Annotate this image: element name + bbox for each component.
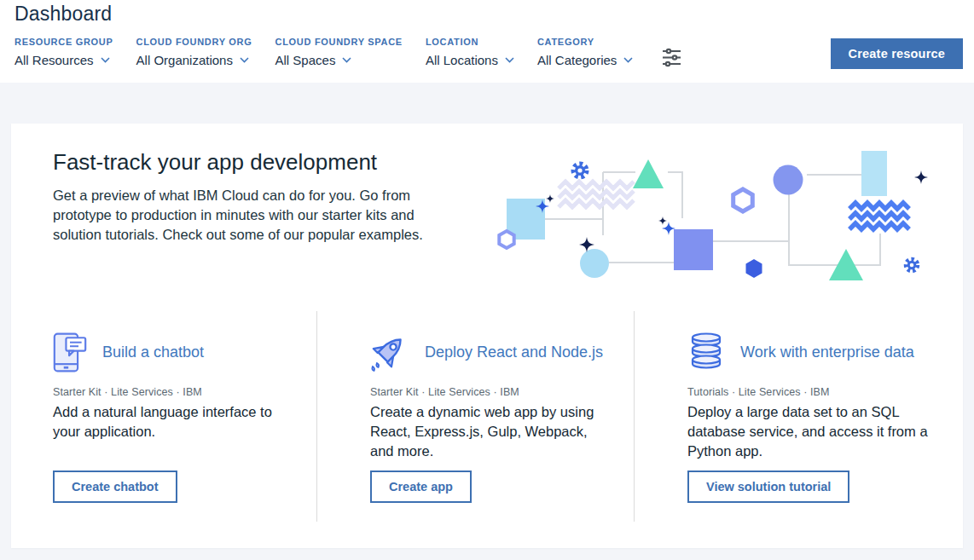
rectangle-shape [861, 151, 887, 196]
filter-cloud-foundry-org[interactable]: CLOUD FOUNDRY ORG All Organizations [136, 37, 252, 67]
card-title-link[interactable]: Work with enterprise data [740, 344, 914, 361]
filter-label: CLOUD FOUNDRY ORG [136, 37, 252, 47]
lavender-zigzag [559, 182, 634, 207]
card-meta: Starter Kit · Lite Services · IBM [370, 386, 612, 398]
hero-description: Get a preview of what IBM Cloud can do f… [53, 186, 425, 245]
filter-value: All Organizations [136, 53, 233, 67]
page-header: Dashboard RESOURCE GROUP All Resources C… [0, 0, 974, 83]
filter-label: RESOURCE GROUP [14, 37, 113, 47]
view-solution-tutorial-button[interactable]: View solution tutorial [687, 471, 849, 503]
filter-resource-group[interactable]: RESOURCE GROUP All Resources [14, 37, 113, 67]
card-title-link[interactable]: Deploy React and Node.js [425, 344, 603, 361]
card-description: Add a natural language interface to your… [53, 402, 294, 442]
triangle-shape [633, 159, 664, 188]
page-body: Fast-track your app development Get a pr… [0, 83, 974, 560]
circle-shape [580, 249, 609, 278]
chatbot-phone-icon [53, 330, 87, 375]
circle-shape [774, 165, 803, 195]
filter-value: All Spaces [275, 53, 336, 67]
starter-cards-row: Build a chatbot Starter Kit · Lite Servi… [11, 311, 963, 522]
card-deploy-react-node: Deploy React and Node.js Starter Kit · L… [317, 311, 635, 522]
chevron-down-icon [101, 57, 110, 63]
hexagon-shape [746, 259, 762, 278]
chevron-down-icon [505, 57, 514, 63]
filter-category[interactable]: CATEGORY All Categories [537, 37, 633, 67]
filter-label: LOCATION [426, 37, 514, 47]
hero-title: Fast-track your app development [53, 149, 377, 176]
filter-label: CATEGORY [537, 37, 633, 47]
filter-cloud-foundry-space[interactable]: CLOUD FOUNDRY SPACE All Spaces [275, 37, 403, 67]
filter-label: CLOUD FOUNDRY SPACE [275, 37, 403, 47]
card-meta: Tutorials · Lite Services · IBM [687, 386, 941, 398]
create-resource-button[interactable]: Create resource [831, 38, 963, 69]
filter-value: All Categories [537, 53, 617, 67]
card-meta: Starter Kit · Lite Services · IBM [53, 386, 294, 398]
card-enterprise-data: Work with enterprise data Tutorials · Li… [635, 311, 963, 522]
database-icon [687, 332, 725, 372]
chevron-down-icon [342, 57, 351, 63]
sliders-glyph [661, 47, 682, 68]
settings-sliders-icon[interactable] [659, 45, 684, 72]
rocket-icon [370, 332, 409, 372]
hexagon-outline [733, 189, 753, 211]
filter-bar: RESOURCE GROUP All Resources CLOUD FOUND… [14, 37, 684, 72]
chevron-down-icon [623, 57, 633, 63]
square-shape [674, 229, 713, 270]
chevron-down-icon [240, 57, 249, 63]
filter-value: All Resources [14, 53, 94, 67]
card-build-a-chatbot: Build a chatbot Starter Kit · Lite Servi… [11, 311, 317, 522]
gear-icon [574, 165, 587, 177]
hexagon-outline [499, 231, 513, 248]
filter-location[interactable]: LOCATION All Locations [426, 37, 514, 67]
page-title: Dashboard [14, 3, 112, 26]
create-chatbot-button[interactable]: Create chatbot [53, 471, 177, 503]
abstract-shapes-illustration [494, 146, 937, 297]
blue-zigzag [849, 203, 909, 229]
card-title-link[interactable]: Build a chatbot [102, 344, 204, 361]
card-description: Deploy a large data set to an SQL databa… [687, 402, 941, 461]
filter-value: All Locations [426, 53, 498, 67]
gear-icon [906, 259, 917, 270]
fast-track-panel: Fast-track your app development Get a pr… [11, 124, 963, 548]
card-description: Create a dynamic web app by using React,… [370, 402, 612, 461]
create-app-button[interactable]: Create app [370, 471, 472, 503]
